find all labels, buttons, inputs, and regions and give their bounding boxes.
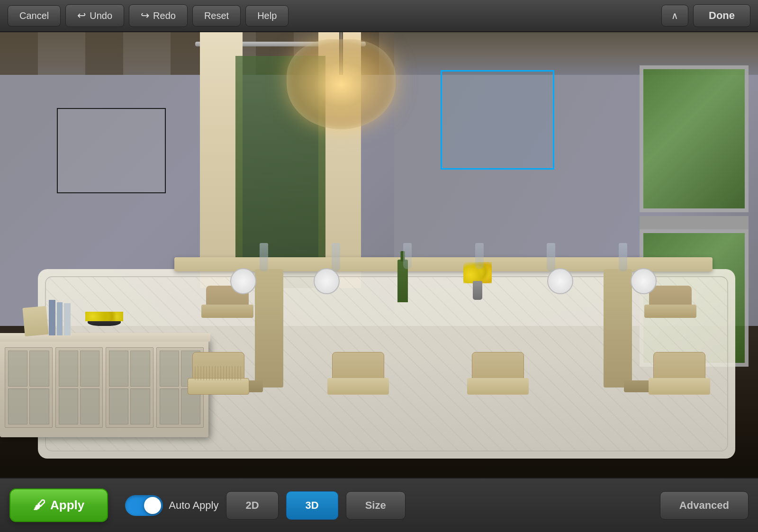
- vase: [473, 281, 482, 300]
- sideboard-door-3: [106, 347, 153, 428]
- sideboard-door-1: [5, 347, 53, 428]
- door-pane: [130, 351, 150, 387]
- plate-4: [631, 268, 657, 294]
- advanced-button[interactable]: Advanced: [660, 491, 749, 520]
- auto-apply-toggle[interactable]: [125, 495, 163, 516]
- dining-table: [174, 257, 713, 437]
- chair-seat: [188, 378, 249, 395]
- help-button[interactable]: Help: [245, 5, 289, 27]
- door-pane: [29, 388, 49, 424]
- wine-glass-3: [403, 243, 412, 269]
- cancel-button[interactable]: Cancel: [8, 5, 61, 27]
- chair-front-center-right: [465, 352, 531, 437]
- chair-seat: [327, 378, 389, 395]
- plate-3: [547, 268, 573, 294]
- undo-button[interactable]: ↩ Undo: [65, 4, 124, 27]
- door-pane: [8, 351, 27, 387]
- reset-button[interactable]: Reset: [192, 5, 241, 27]
- wine-glass-5: [547, 243, 555, 271]
- window-right-top: [640, 65, 749, 212]
- door-pane: [8, 388, 27, 424]
- fruit-bowl: [85, 312, 123, 326]
- chair-front-center-left: [325, 352, 391, 437]
- apply-button[interactable]: 🖌 Apply: [9, 488, 108, 522]
- sideboard-door-2: [55, 347, 103, 428]
- wine-glass-2: [332, 243, 340, 271]
- auto-apply-area: Auto Apply: [125, 495, 218, 516]
- book-2: [57, 302, 63, 335]
- chair-front-left: [185, 352, 252, 437]
- top-toolbar: Cancel ↩ Undo ↪ Redo Reset Help ∧ Done: [0, 0, 758, 32]
- collapse-button[interactable]: ∧: [661, 5, 688, 27]
- door-pane: [80, 388, 99, 424]
- chair-seat: [649, 378, 710, 395]
- chair-weave: [195, 366, 242, 380]
- book-3: [64, 303, 71, 335]
- wine-glass-4: [475, 243, 484, 269]
- book-open: [22, 306, 48, 336]
- auto-apply-label: Auto Apply: [169, 499, 218, 512]
- plate-1: [230, 268, 256, 294]
- plate-2: [314, 268, 340, 294]
- chair-seat: [467, 378, 529, 395]
- size-button[interactable]: Size: [346, 491, 406, 520]
- redo-button[interactable]: ↪ Redo: [129, 4, 188, 27]
- door-pane: [59, 388, 78, 424]
- chair-front-right: [646, 352, 713, 437]
- view-3d-button[interactable]: 3D: [286, 491, 338, 520]
- door-pane: [130, 388, 150, 424]
- chair-seat: [644, 305, 696, 318]
- wine-glass-6: [619, 243, 627, 271]
- toggle-knob: [144, 497, 161, 514]
- undo-icon: ↩: [77, 9, 86, 22]
- door-pane: [80, 351, 99, 387]
- chair-seat: [201, 305, 253, 318]
- bottom-toolbar: 🖌 Apply Auto Apply 2D 3D Size Advanced: [0, 478, 758, 532]
- view-2d-button[interactable]: 2D: [226, 491, 278, 520]
- door-pane: [29, 351, 49, 387]
- door-pane: [109, 388, 128, 424]
- scene-area[interactable]: [0, 32, 758, 478]
- book-1: [49, 300, 55, 335]
- books-group: [24, 300, 71, 335]
- chandelier-body: [287, 39, 396, 129]
- door-pane: [109, 351, 128, 387]
- fruit-lemons: [85, 312, 123, 321]
- glasses-group: [228, 243, 659, 271]
- window-divider: [640, 216, 749, 229]
- sideboard-doors: [5, 347, 204, 428]
- redo-icon: ↪: [141, 9, 149, 22]
- done-button[interactable]: Done: [693, 4, 750, 27]
- wine-glass-1: [260, 243, 268, 271]
- chevron-up-icon: ∧: [671, 10, 678, 21]
- door-pane: [59, 351, 78, 387]
- brush-icon: 🖌: [33, 498, 45, 513]
